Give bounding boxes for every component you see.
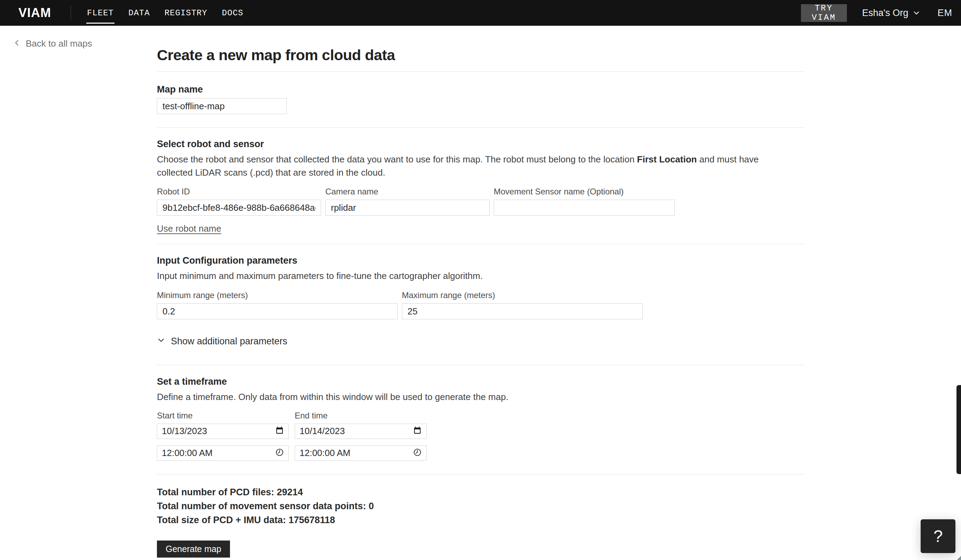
nav-item-data[interactable]: DATA xyxy=(129,5,150,21)
org-name-label: Esha's Org xyxy=(862,8,908,18)
show-additional-parameters-toggle[interactable]: Show additional parameters xyxy=(157,336,804,347)
user-avatar-initials[interactable]: EM xyxy=(938,8,953,18)
robot-id-input[interactable] xyxy=(157,200,321,216)
calendar-icon[interactable] xyxy=(413,426,422,436)
chevron-down-icon xyxy=(157,336,165,347)
start-time-label: Start time xyxy=(157,411,289,420)
nav-divider xyxy=(71,6,71,20)
camera-name-field-group: Camera name xyxy=(325,187,490,216)
timeframe-heading: Set a timeframe xyxy=(157,376,804,387)
total-data-size: Total size of PCD + IMU data: 175678118 xyxy=(157,515,804,526)
page-title: Create a new map from cloud data xyxy=(157,47,804,64)
end-time-label: End time xyxy=(295,411,427,420)
help-button[interactable]: ? xyxy=(921,519,955,553)
show-additional-label: Show additional parameters xyxy=(171,336,288,347)
generate-map-button[interactable]: Generate map xyxy=(157,541,230,558)
total-pcd-files: Total number of PCD files: 29214 xyxy=(157,487,804,498)
chevron-left-icon xyxy=(13,38,21,49)
description-text: Choose the robot and sensor that collect… xyxy=(157,154,637,165)
clock-icon[interactable] xyxy=(413,448,422,458)
chevron-down-icon xyxy=(913,9,920,17)
main-content: Create a new map from cloud data Map nam… xyxy=(157,26,804,558)
section-divider xyxy=(157,127,804,128)
location-name-text: First Location xyxy=(637,154,697,165)
robot-id-label: Robot ID xyxy=(157,187,321,197)
nav-item-registry[interactable]: REGISTRY xyxy=(165,5,207,21)
summary-section: Total number of PCD files: 29214 Total n… xyxy=(157,487,804,526)
start-date-value: 10/13/2023 xyxy=(162,426,207,436)
min-range-input[interactable] xyxy=(157,303,398,319)
camera-name-input[interactable] xyxy=(325,200,490,216)
try-viam-button[interactable]: TRY VIAM xyxy=(801,4,847,22)
robot-sensor-fields: Robot ID Camera name Movement Sensor nam… xyxy=(157,187,804,216)
nav-item-fleet[interactable]: FLEET xyxy=(87,5,114,21)
map-name-input[interactable] xyxy=(157,98,287,114)
start-time-column: Start time 10/13/2023 12:00:00 AM xyxy=(157,411,289,461)
timeframe-description: Define a timeframe. Only data from withi… xyxy=(157,391,790,404)
max-range-input[interactable] xyxy=(402,303,643,319)
back-link-label: Back to all maps xyxy=(26,38,92,49)
start-date-input[interactable]: 10/13/2023 xyxy=(157,424,289,439)
camera-name-label: Camera name xyxy=(325,187,490,197)
back-to-all-maps-link[interactable]: Back to all maps xyxy=(13,38,92,49)
resize-grip-icon xyxy=(957,556,961,560)
movement-sensor-field-group: Movement Sensor name (Optional) xyxy=(494,187,675,216)
nav-item-docs[interactable]: DOCS xyxy=(222,5,244,21)
use-robot-name-link[interactable]: Use robot name xyxy=(157,223,221,234)
max-range-label: Maximum range (meters) xyxy=(402,290,643,300)
top-nav: VIAM FLEET DATA REGISTRY DOCS TRY VIAM E… xyxy=(0,0,961,26)
movement-sensor-input[interactable] xyxy=(494,200,675,216)
section-divider xyxy=(157,365,804,365)
start-time-value: 12:00:00 AM xyxy=(162,448,212,459)
viam-logo[interactable]: VIAM xyxy=(18,6,51,20)
timeframe-fields: Start time 10/13/2023 12:00:00 AM End ti… xyxy=(157,411,804,461)
range-fields: Minimum range (meters) Maximum range (me… xyxy=(157,290,804,319)
end-time-column: End time 10/14/2023 12:00:00 AM xyxy=(295,411,427,461)
min-range-field-group: Minimum range (meters) xyxy=(157,290,398,319)
map-name-heading: Map name xyxy=(157,84,804,95)
vertical-scrollbar-thumb[interactable] xyxy=(956,385,961,474)
start-time-input[interactable]: 12:00:00 AM xyxy=(157,446,289,461)
end-date-input[interactable]: 10/14/2023 xyxy=(295,424,427,439)
section-divider xyxy=(157,71,804,72)
end-time-input[interactable]: 12:00:00 AM xyxy=(295,446,427,461)
calendar-icon[interactable] xyxy=(275,426,284,436)
robot-id-field-group: Robot ID xyxy=(157,187,321,216)
total-movement-points: Total number of movement sensor data poi… xyxy=(157,501,804,512)
timeframe-section: Set a timeframe Define a timeframe. Only… xyxy=(157,376,804,461)
robot-sensor-section: Select robot and sensor Choose the robot… xyxy=(157,139,804,234)
config-params-description: Input minimum and maximum parameters to … xyxy=(157,270,790,283)
robot-sensor-heading: Select robot and sensor xyxy=(157,139,804,149)
end-time-value: 12:00:00 AM xyxy=(300,448,350,459)
movement-sensor-label: Movement Sensor name (Optional) xyxy=(494,187,675,197)
max-range-field-group: Maximum range (meters) xyxy=(402,290,643,319)
clock-icon[interactable] xyxy=(275,448,284,458)
end-date-value: 10/14/2023 xyxy=(300,426,345,436)
section-divider xyxy=(157,474,804,475)
config-params-heading: Input Configuration parameters xyxy=(157,255,804,266)
map-name-section: Map name xyxy=(157,84,804,114)
min-range-label: Minimum range (meters) xyxy=(157,290,398,300)
org-switcher[interactable]: Esha's Org xyxy=(862,8,920,18)
nav-right-group: TRY VIAM Esha's Org EM xyxy=(801,4,961,22)
config-params-section: Input Configuration parameters Input min… xyxy=(157,255,804,347)
section-divider xyxy=(157,244,804,244)
robot-sensor-description: Choose the robot and sensor that collect… xyxy=(157,153,790,179)
nav-menu: FLEET DATA REGISTRY DOCS xyxy=(87,5,243,21)
